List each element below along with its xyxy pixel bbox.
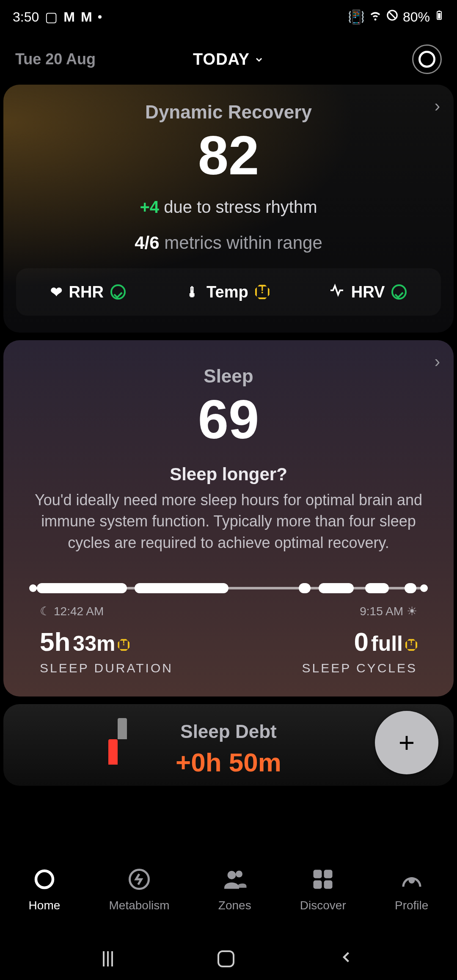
svg-rect-11	[314, 881, 322, 889]
tab-profile-label: Profile	[395, 899, 428, 912]
ring-button[interactable]	[412, 44, 442, 74]
chevron-down-icon	[254, 50, 264, 69]
sleep-score: 69	[16, 389, 441, 450]
recovery-range: 4/6 metrics within range	[16, 233, 441, 253]
svg-rect-3	[438, 13, 440, 19]
recovery-range-fraction: 4/6	[135, 233, 159, 253]
more-notifications-dot	[98, 15, 102, 19]
sleep-cycles-label: SLEEP CYCLES	[228, 661, 417, 675]
sleep-title: Sleep	[16, 366, 441, 387]
sleep-duration-m: 33m	[73, 631, 115, 656]
metric-temp-label: Temp	[206, 283, 248, 301]
recovery-delta-row: +4 due to stress rhythm	[16, 198, 441, 217]
sleep-cycles-unit: full	[371, 631, 403, 656]
svg-rect-12	[324, 881, 333, 889]
battery-text: 80%	[403, 9, 430, 25]
profile-icon	[398, 866, 425, 893]
sleep-cycles-n: 0	[354, 627, 369, 657]
svg-rect-4	[438, 11, 440, 12]
warning-icon	[118, 639, 129, 651]
ring-icon	[31, 866, 58, 893]
sleep-card[interactable]: › Sleep 69 Sleep longer? You'd ideally n…	[3, 340, 454, 696]
tab-discover-label: Discover	[300, 899, 346, 912]
tab-metabolism-label: Metabolism	[109, 899, 169, 912]
sleep-advice-text: You'd ideally need more sleep hours for …	[16, 490, 441, 553]
tab-metabolism[interactable]: Metabolism	[109, 866, 169, 912]
recovery-title: Dynamic Recovery	[16, 102, 441, 123]
metric-rhr[interactable]: ❤ RHR	[50, 283, 126, 301]
pulse-icon	[329, 283, 344, 301]
warning-icon	[405, 639, 417, 651]
svg-point-5	[36, 871, 53, 888]
gallery-icon: ▢	[45, 9, 58, 25]
sleep-duration-stat: 5h 33m SLEEP DURATION	[40, 627, 228, 675]
timeline-start-cap	[29, 584, 37, 592]
tab-discover[interactable]: Discover	[300, 866, 346, 912]
sleep-advice-heading: Sleep longer?	[16, 464, 441, 484]
svg-rect-9	[314, 870, 322, 878]
metric-hrv-label: HRV	[351, 283, 385, 301]
metrics-bar[interactable]: ❤ RHR 🌡 Temp HRV	[16, 268, 441, 316]
grid-icon	[309, 866, 336, 893]
svg-point-13	[408, 877, 415, 884]
heart-icon: ❤	[50, 284, 62, 300]
metric-temp[interactable]: 🌡 Temp	[185, 283, 270, 301]
recovery-delta-reason: due to stress rhythm	[164, 198, 317, 216]
svg-line-1	[388, 11, 396, 19]
mail-icon: M	[81, 9, 92, 25]
plus-icon: +	[399, 727, 415, 759]
people-icon	[221, 866, 248, 893]
metabolism-icon	[126, 866, 153, 893]
mail-icon: M	[63, 9, 75, 25]
add-button[interactable]: +	[375, 711, 438, 774]
dnd-icon	[386, 9, 399, 25]
wifi-icon	[369, 9, 382, 25]
warning-icon	[255, 285, 270, 299]
svg-rect-10	[324, 870, 333, 878]
moon-icon: ☾	[40, 604, 50, 618]
check-icon	[110, 284, 126, 300]
bottom-tabbar: Home Metabolism Zones Discover Profile	[0, 853, 457, 938]
clock: 3:50	[13, 9, 39, 25]
timeline-end-cap	[420, 584, 428, 592]
battery-icon	[434, 9, 444, 25]
system-nav	[0, 938, 457, 980]
status-bar: 3:50 ▢ M M 📳 80%	[0, 0, 457, 34]
thermometer-icon: 🌡	[185, 284, 200, 300]
tab-home[interactable]: Home	[29, 866, 61, 912]
tab-profile[interactable]: Profile	[395, 866, 428, 912]
recovery-score: 82	[16, 125, 441, 186]
recovery-delta: +4	[140, 198, 159, 216]
top-nav: Tue 20 Aug TODAY	[0, 34, 457, 85]
vibrate-icon: 📳	[348, 9, 365, 25]
tab-zones-label: Zones	[218, 899, 251, 912]
sleep-timeline	[33, 583, 424, 593]
recovery-card[interactable]: › Dynamic Recovery 82 +4 due to stress r…	[3, 85, 454, 333]
metric-hrv[interactable]: HRV	[329, 283, 407, 301]
check-icon	[391, 284, 407, 300]
today-label: TODAY	[193, 50, 250, 69]
tab-zones[interactable]: Zones	[218, 866, 251, 912]
sleep-cycles-stat: 0 full SLEEP CYCLES	[228, 627, 417, 675]
recents-button[interactable]	[103, 951, 113, 966]
chevron-right-icon: ›	[435, 352, 440, 371]
sleep-start-time: ☾ 12:42 AM	[40, 604, 104, 618]
tab-home-label: Home	[29, 899, 61, 912]
sleep-end-time: 9:15 AM ☀	[360, 604, 417, 618]
metric-rhr-label: RHR	[69, 283, 104, 301]
current-date[interactable]: Tue 20 Aug	[15, 50, 96, 68]
sleep-debt-card[interactable]: Sleep Debt +0h 50m +	[3, 704, 454, 786]
home-button[interactable]	[217, 950, 234, 967]
svg-point-8	[236, 871, 242, 878]
debt-bar-chart	[118, 718, 127, 786]
today-selector[interactable]: TODAY	[193, 50, 264, 69]
chevron-right-icon: ›	[435, 96, 440, 116]
sun-icon: ☀	[407, 604, 417, 618]
sleep-duration-h: 5h	[40, 627, 70, 657]
back-button[interactable]	[339, 950, 354, 969]
recovery-range-text: metrics within range	[164, 233, 322, 253]
svg-point-7	[227, 871, 236, 879]
sleep-duration-label: SLEEP DURATION	[40, 661, 228, 675]
